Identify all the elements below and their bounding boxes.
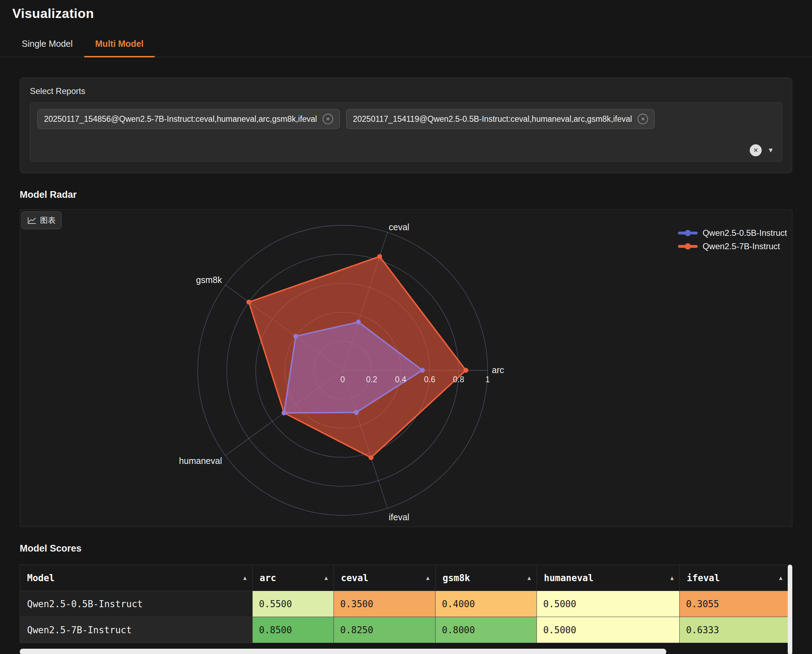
tab-multi-model[interactable]: Multi Model [84, 33, 155, 57]
reports-dropdown[interactable]: 20250117_154856@Qwen2.5-7B-Instruct:ceva… [30, 102, 782, 162]
radar-axis-label-ifeval: ifeval [389, 512, 409, 522]
chart-type-button[interactable]: 图表 [21, 212, 61, 229]
sort-icon[interactable]: ▲ [324, 575, 328, 581]
radar-series-point [377, 254, 382, 259]
sort-icon[interactable]: ▲ [243, 575, 247, 581]
legend-item[interactable]: Qwen2.5-7B-Instruct [678, 241, 787, 251]
radar-series-point [354, 410, 359, 415]
chip-remove-button[interactable]: × [323, 114, 333, 124]
score-cell: 0.5000 [537, 591, 680, 617]
radar-tick-label: 0.8 [453, 375, 464, 384]
radar-series-point [293, 334, 298, 339]
legend-dot [685, 230, 691, 236]
dropdown-controls: × ▼ [750, 144, 774, 156]
chip-remove-button[interactable]: × [638, 114, 648, 124]
column-header-model[interactable]: Model▲ [20, 565, 253, 591]
legend-dot [685, 243, 691, 249]
column-header-inner: humaneval▲ [544, 573, 674, 583]
score-cell: 0.4000 [435, 591, 537, 617]
chart-legend: Qwen2.5-0.5B-InstructQwen2.5-7B-Instruct [678, 228, 787, 251]
score-cell: 0.8500 [253, 617, 334, 643]
column-header-inner: ceval▲ [341, 573, 430, 583]
radar-series-point [281, 410, 286, 416]
column-header-inner: arc▲ [259, 573, 328, 583]
model-scores-table-wrap: Model▲arc▲ceval▲gsm8k▲humaneval▲ifeval▲Q… [20, 565, 792, 654]
model-name-cell: Qwen2.5-0.5B-Instruct [20, 591, 253, 617]
column-header-label: Model [27, 573, 55, 583]
table-row: Qwen2.5-7B-Instruct0.85000.82500.80000.5… [20, 617, 788, 643]
chart-type-label: 图表 [40, 215, 56, 226]
table-header-row: Model▲arc▲ceval▲gsm8k▲humaneval▲ifeval▲ [20, 565, 788, 591]
report-chip: 20250117_154856@Qwen2.5-7B-Instruct:ceva… [37, 109, 340, 129]
report-chip: 20250117_154119@Qwen2.5-0.5B-Instruct:ce… [346, 109, 655, 129]
column-header-inner: ifeval▲ [687, 573, 783, 583]
legend-item[interactable]: Qwen2.5-0.5B-Instruct [678, 228, 787, 238]
radar-axis-label-arc: arc [492, 365, 504, 375]
radar-tick-label: 0 [340, 375, 345, 384]
score-cell: 0.8000 [435, 617, 537, 643]
score-cell: 0.6333 [680, 617, 788, 643]
score-cell: 0.3500 [334, 591, 435, 617]
radar-series-point [369, 455, 374, 460]
column-header-ifeval[interactable]: ifeval▲ [680, 565, 788, 591]
column-header-gsm8k[interactable]: gsm8k▲ [435, 565, 537, 591]
radar-tick-label: 0.6 [424, 375, 435, 384]
sort-icon[interactable]: ▲ [426, 575, 430, 581]
scores-section-heading: Model Scores [20, 543, 812, 554]
score-cell: 0.5500 [253, 591, 334, 617]
chart-icon [27, 217, 37, 224]
column-header-humaneval[interactable]: humaneval▲ [537, 565, 680, 591]
table-row: Qwen2.5-0.5B-Instruct0.55000.35000.40000… [20, 591, 788, 617]
radar-series-point [356, 319, 361, 324]
sort-icon[interactable]: ▲ [670, 575, 674, 581]
legend-label: Qwen2.5-0.5B-Instruct [702, 228, 787, 238]
radar-chart-panel: 图表 00.20.40.60.81arccevalgsm8khumanevali… [20, 209, 792, 527]
select-reports-label: Select Reports [30, 86, 782, 96]
report-chip-label: 20250117_154119@Qwen2.5-0.5B-Instruct:ce… [353, 115, 632, 124]
column-header-inner: gsm8k▲ [443, 573, 531, 583]
radar-tick-label: 1 [485, 375, 490, 384]
select-reports-panel: Select Reports 20250117_154856@Qwen2.5-7… [20, 78, 792, 173]
report-chip-label: 20250117_154856@Qwen2.5-7B-Instruct:ceva… [44, 115, 317, 124]
radar-axis-label-ceval: ceval [389, 222, 409, 232]
selected-report-chips: 20250117_154856@Qwen2.5-7B-Instruct:ceva… [37, 109, 775, 129]
page-title: Visualization [12, 6, 812, 21]
chevron-down-icon[interactable]: ▼ [767, 147, 774, 154]
radar-chart: 00.20.40.60.81arccevalgsm8khumanevalifev… [20, 210, 793, 527]
legend-line-marker [678, 232, 698, 234]
column-header-label: ifeval [687, 573, 720, 583]
legend-label: Qwen2.5-7B-Instruct [702, 241, 780, 251]
model-scores-table: Model▲arc▲ceval▲gsm8k▲humaneval▲ifeval▲Q… [20, 565, 788, 643]
radar-series-point [420, 368, 425, 373]
radar-axis-label-humaneval: humaneval [179, 456, 222, 466]
radar-tick-label: 0.2 [366, 375, 377, 384]
score-cell: 0.5000 [537, 617, 680, 643]
score-cell: 0.8250 [334, 617, 435, 643]
column-header-inner: Model▲ [27, 573, 247, 583]
clear-all-button[interactable]: × [750, 144, 762, 156]
column-header-label: arc [259, 573, 276, 583]
column-header-ceval[interactable]: ceval▲ [334, 565, 435, 591]
column-header-label: ceval [341, 573, 368, 583]
radar-tick-label: 0.4 [395, 375, 406, 384]
radar-series-point [463, 368, 468, 373]
column-header-arc[interactable]: arc▲ [253, 565, 334, 591]
table-horizontal-scrollbar[interactable] [20, 649, 666, 654]
tab-single-model[interactable]: Single Model [11, 33, 84, 57]
page-header: Visualization [0, 0, 812, 21]
sort-icon[interactable]: ▲ [779, 575, 783, 581]
radar-axis-label-gsm8k: gsm8k [196, 275, 222, 285]
tabbar: Single Model Multi Model [0, 33, 812, 57]
table-vertical-scrollbar[interactable] [788, 565, 792, 654]
column-header-label: humaneval [544, 573, 594, 583]
model-name-cell: Qwen2.5-7B-Instruct [20, 617, 253, 643]
column-header-label: gsm8k [443, 573, 470, 583]
sort-icon[interactable]: ▲ [527, 575, 531, 581]
radar-series-point [246, 299, 251, 304]
radar-section-heading: Model Radar [20, 189, 812, 200]
legend-line-marker [678, 245, 698, 248]
score-cell: 0.3055 [680, 591, 788, 617]
